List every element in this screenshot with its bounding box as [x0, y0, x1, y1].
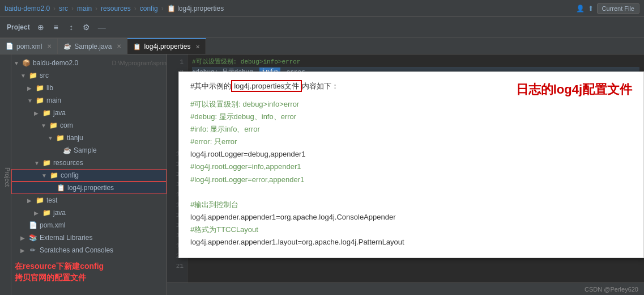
bc-config[interactable]: config: [140, 5, 158, 12]
tree-label-test-java: java: [53, 209, 167, 217]
annotation-line1: 在resource下新建config: [15, 261, 163, 272]
top-bar: baidu-demo2.0 › src › main › resources ›…: [0, 0, 644, 17]
popup-title-highlight: log4j.properties文件: [231, 80, 302, 92]
user-icon: 👤: [576, 5, 585, 12]
popup-red-title: 日志的log4j配置文件: [516, 81, 632, 98]
settings-icon-btn[interactable]: ⚙: [80, 20, 93, 34]
bc-file: 📋 log4j.properties: [167, 5, 224, 12]
folder-test-java-icon: 📁: [42, 208, 51, 217]
arrow-pom: [20, 222, 28, 229]
tab-sample-java-label: Sample.java: [74, 43, 112, 50]
project-toolbar-section: Project ⊕ ≡ ↕ ⚙ —: [5, 20, 109, 34]
log4j-properties-icon: 📋: [133, 43, 141, 50]
popup-overlay: #其中示例的log4j.properties文件内容如下： 日志的log4j配置…: [178, 71, 644, 258]
folder-test-icon: 📁: [35, 196, 44, 205]
breadcrumb: baidu-demo2.0 › src › main › resources ›…: [5, 5, 224, 12]
tree-label-tianju: tianju: [67, 134, 167, 142]
popup-line-3: #info: 显示info、error: [190, 123, 632, 136]
tab-log4j-close[interactable]: ✕: [195, 44, 200, 50]
tree-item-sample[interactable]: ☕ Sample: [11, 144, 167, 157]
tree-item-test[interactable]: ▶ 📁 test: [11, 194, 167, 206]
arrow-lib: ▶: [27, 85, 35, 91]
folder-config-icon: 📁: [49, 171, 58, 180]
arrow-config: ▼: [41, 172, 49, 179]
tab-sample-java-close[interactable]: ✕: [117, 43, 121, 49]
java-sample-icon: ☕: [62, 146, 71, 155]
sidebar-panel-tab[interactable]: Project: [0, 54, 11, 295]
annotation-line2: 拷贝官网的配置文件: [15, 272, 163, 284]
tree-item-external-libs[interactable]: ▶ 📚 External Libraries: [11, 231, 167, 244]
tree-item-scratches[interactable]: ▶ ✏ Scratches and Consoles: [11, 244, 167, 256]
tree-label-lib: lib: [46, 84, 167, 92]
bc-main[interactable]: main: [77, 5, 92, 12]
pom-xml-icon: 📄: [6, 43, 14, 50]
tree-label-log4j: log4j.properties: [67, 184, 166, 192]
project-name[interactable]: baidu-demo2.0: [5, 5, 50, 12]
tree-item-main[interactable]: ▼ 📁 main: [11, 94, 167, 107]
tree-label-pom: pom.xml: [40, 221, 167, 229]
tree-item-java[interactable]: ▶ 📁 java: [11, 107, 167, 119]
arrow-baidu-demo: ▼: [14, 60, 22, 66]
arrow-ext-libs: ▶: [20, 235, 28, 241]
arrow-com: ▼: [41, 123, 49, 129]
tree-secondary-baidu-demo: D:\Myprogram\sprin: [112, 60, 167, 66]
project-sidebar: Project ▼ 📦 baidu-demo2.0 D:\Myprogram\s…: [0, 54, 167, 295]
minimize-icon-btn[interactable]: —: [95, 20, 109, 34]
tree-item-test-java[interactable]: ▶ 📁 java: [11, 206, 167, 219]
tree-item-config[interactable]: ▼ 📁 config: [11, 169, 167, 182]
current-file-button[interactable]: Current File: [597, 3, 639, 14]
project-tree: ▼ 📦 baidu-demo2.0 D:\Myprogram\sprin ▼ 📁…: [11, 54, 167, 288]
arrow-src: ▼: [20, 73, 28, 79]
sidebar-annotation-block: 在resource下新建config 拷贝官网的配置文件: [11, 259, 167, 285]
tree-label-com: com: [60, 121, 167, 129]
arrow-sample: [54, 148, 62, 154]
tree-item-log4j-props[interactable]: 📋 log4j.properties: [11, 182, 167, 194]
tree-item-com[interactable]: ▼ 📁 com: [11, 119, 167, 132]
folder-lib-icon: 📁: [35, 83, 44, 92]
add-icon-btn[interactable]: ⊕: [34, 20, 48, 34]
arrow-log4j: [48, 185, 56, 191]
module-icon: 📦: [22, 58, 31, 68]
tab-sample-java[interactable]: ☕ Sample.java ✕: [58, 38, 127, 54]
external-libs-icon: 📚: [28, 233, 37, 242]
project-toolbar-label: Project: [5, 23, 32, 31]
folder-src-icon: 📁: [28, 71, 37, 80]
tab-pom-xml-close[interactable]: ✕: [47, 43, 52, 49]
status-bar: CSDN @Perley620: [167, 283, 644, 295]
arrow-main: ▼: [27, 98, 35, 104]
popup-line-7: #log4j.rootLogger=error,appender1: [190, 174, 632, 186]
tree-item-pom[interactable]: 📄 pom.xml: [11, 219, 167, 231]
tree-label-baidu-demo: baidu-demo2.0: [33, 59, 108, 67]
scratches-icon: ✏: [28, 246, 37, 255]
bc-resources[interactable]: resources: [101, 5, 131, 12]
tree-label-src: src: [40, 71, 167, 79]
tree-item-src[interactable]: ▼ 📁 src: [11, 69, 167, 82]
tree-item-tianju[interactable]: ▼ 📁 tianju: [11, 132, 167, 144]
tree-label-config: config: [61, 171, 166, 179]
arrow-java: ▶: [34, 110, 42, 116]
popup-line-12: log4j.appender.appender1.layout=org.apac…: [190, 236, 632, 248]
list-icon-btn[interactable]: ≡: [49, 20, 63, 34]
folder-resources-icon: 📁: [42, 158, 51, 167]
arrow-tianju: ▼: [48, 135, 56, 141]
tree-item-resources[interactable]: ▼ 📁 resources: [11, 157, 167, 169]
properties-icon: 📋: [56, 183, 65, 192]
arrow-resources: ▼: [34, 160, 42, 166]
tab-log4j-properties[interactable]: 📋 log4j.properties ✕: [127, 38, 206, 54]
tree-item-lib[interactable]: ▶ 📁 lib: [11, 82, 167, 94]
tree-label-java: java: [53, 109, 167, 117]
toolbar: Project ⊕ ≡ ↕ ⚙ —: [0, 17, 644, 37]
popup-line-8: [190, 186, 632, 199]
bc-src[interactable]: src: [59, 5, 68, 12]
tab-pom-xml[interactable]: 📄 pom.xml ✕: [0, 38, 58, 54]
tree-label-test: test: [46, 196, 167, 204]
tree-item-baidu-demo[interactable]: ▼ 📦 baidu-demo2.0 D:\Myprogram\sprin: [11, 57, 167, 69]
editor-area: 1 2 3 4 5 6 7 8 9 10 11 12 13 14 15 16 1…: [167, 54, 644, 295]
xml-pom-icon: 📄: [28, 221, 37, 230]
code-line-21: [192, 261, 639, 271]
arrow-test-java: ▶: [34, 210, 42, 216]
sample-java-icon: ☕: [63, 43, 71, 50]
sort-icon-btn[interactable]: ↕: [65, 20, 78, 34]
folder-java-icon: 📁: [42, 108, 51, 117]
popup-line-11: #格式为TTCCLayout: [190, 224, 632, 236]
